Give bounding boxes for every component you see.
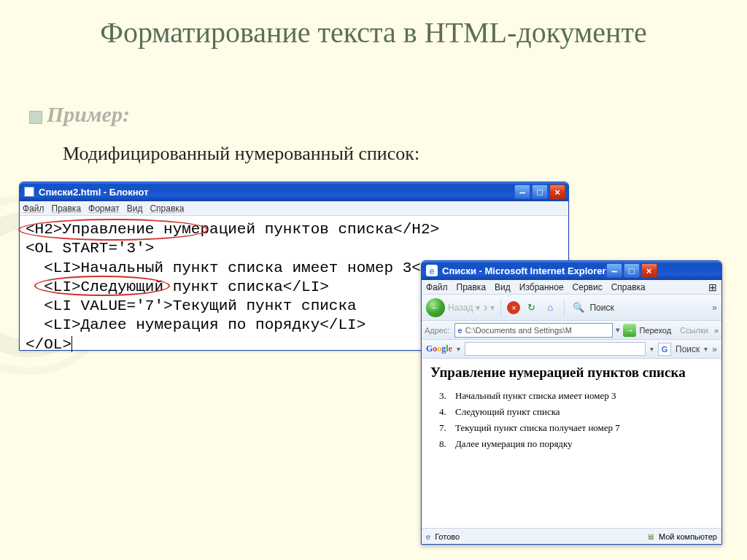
- notepad-titlebar[interactable]: Списки2.html - Блокнот ‒ □ ×: [20, 182, 568, 201]
- code-line: <OL START='3'>: [26, 239, 562, 258]
- ie-titlebar[interactable]: e Списки - Microsoft Internet Explorer ‒…: [422, 261, 721, 280]
- search-icon[interactable]: 🔍: [570, 300, 587, 316]
- dropdown-icon[interactable]: ▾: [476, 303, 480, 313]
- windows-flag-icon: ⊞: [708, 281, 717, 293]
- notepad-menubar: Файл Правка Формат Вид Справка: [20, 201, 568, 216]
- google-search-label[interactable]: Поиск: [676, 344, 700, 354]
- document-icon: [24, 187, 34, 197]
- dropdown-icon[interactable]: ▾: [704, 345, 708, 353]
- status-done: Готово: [435, 532, 460, 541]
- menu-tools[interactable]: Сервис: [573, 282, 603, 292]
- list-item: 3.Начальный пункт списка имеет номер 3: [455, 390, 714, 402]
- page-icon: e: [458, 326, 462, 335]
- menu-format[interactable]: Формат: [88, 203, 120, 214]
- menu-view[interactable]: Вид: [127, 203, 143, 214]
- back-label: Назад: [448, 303, 473, 313]
- list-item: 7.Текущий пункт списка получает номер 7: [455, 422, 714, 434]
- maximize-button[interactable]: □: [532, 184, 548, 199]
- dropdown-icon[interactable]: ▾: [616, 325, 620, 335]
- search-label[interactable]: Поиск: [589, 303, 614, 313]
- maximize-button[interactable]: □: [624, 263, 640, 278]
- minimize-button[interactable]: ‒: [606, 263, 622, 278]
- forward-icon: ›: [483, 300, 487, 315]
- example-label: Пример:: [47, 102, 130, 127]
- done-icon: e: [426, 532, 430, 541]
- address-label: Адрес:: [425, 326, 450, 335]
- refresh-button[interactable]: ↻: [523, 300, 539, 316]
- status-zone: Мой компьютер: [659, 532, 717, 541]
- chevron-more-icon[interactable]: »: [714, 326, 719, 335]
- dropdown-icon[interactable]: ▾: [650, 345, 654, 353]
- dropdown-icon[interactable]: ▾: [490, 303, 495, 313]
- ordered-list: 3.Начальный пункт списка имеет номер 3 4…: [430, 390, 714, 450]
- stop-button[interactable]: ×: [507, 301, 520, 314]
- address-input[interactable]: e C:\Documents and Settings\М: [454, 323, 614, 338]
- google-search-button[interactable]: G: [658, 343, 671, 356]
- menu-help[interactable]: Справка: [150, 203, 184, 214]
- text-cursor: [71, 336, 72, 352]
- go-button[interactable]: →: [623, 324, 636, 337]
- ie-page-content: Управление нумерацией пунктов списка 3.Н…: [422, 359, 721, 459]
- page-heading: Управление нумерацией пунктов списка: [430, 365, 714, 381]
- minimize-button[interactable]: ‒: [514, 184, 530, 199]
- chevron-more-icon[interactable]: »: [712, 303, 717, 313]
- ie-window: e Списки - Microsoft Internet Explorer ‒…: [421, 260, 722, 545]
- list-item: 8.Далее нумерация по порядку: [455, 438, 714, 450]
- home-button[interactable]: ⌂: [542, 300, 558, 316]
- slide-title: Форматирование текста в HTML-документе: [0, 0, 747, 50]
- menu-view[interactable]: Вид: [495, 282, 511, 292]
- notepad-title: Списки2.html - Блокнот: [39, 187, 149, 198]
- ie-addressbar: Адрес: e C:\Documents and Settings\М ▾ →…: [422, 321, 721, 340]
- menu-help[interactable]: Справка: [611, 282, 646, 292]
- my-computer-icon: 🖥: [646, 532, 654, 541]
- ie-statusbar: e Готово 🖥 Мой компьютер: [422, 528, 721, 544]
- chevron-more-icon[interactable]: »: [712, 344, 717, 354]
- dropdown-icon[interactable]: ▾: [457, 345, 460, 353]
- menu-edit[interactable]: Правка: [457, 282, 487, 292]
- ie-toolbar: ← Назад ▾ › ▾ × ↻ ⌂ 🔍 Поиск »: [422, 295, 721, 321]
- ie-title: Списки - Microsoft Internet Explorer: [442, 265, 606, 276]
- close-button[interactable]: ×: [549, 184, 565, 199]
- menu-edit[interactable]: Правка: [52, 203, 82, 214]
- ie-menubar: Файл Правка Вид Избранное Сервис Справка…: [422, 280, 721, 295]
- menu-file[interactable]: Файл: [23, 203, 44, 214]
- menu-file[interactable]: Файл: [426, 282, 448, 292]
- go-label[interactable]: Переход: [639, 326, 671, 335]
- links-label[interactable]: Ссылки: [680, 326, 708, 335]
- google-toolbar: Google ▾ ▾ G Поиск ▾ »: [422, 340, 721, 359]
- back-button[interactable]: ←: [426, 298, 445, 317]
- highlight-ellipse-h2: [18, 219, 208, 241]
- menu-favorites[interactable]: Избранное: [519, 282, 564, 292]
- list-item: 4.Следующий пункт списка: [455, 406, 714, 418]
- address-value: C:\Documents and Settings\М: [465, 326, 572, 335]
- google-search-input[interactable]: [465, 342, 646, 356]
- ie-icon: e: [426, 265, 438, 276]
- bullet-icon: [29, 111, 42, 124]
- highlight-ellipse-li: [34, 276, 170, 296]
- slide-subdescription: Модифицированный нумерованный список:: [63, 143, 419, 165]
- google-logo[interactable]: Google: [426, 343, 452, 354]
- close-button[interactable]: ×: [641, 263, 657, 278]
